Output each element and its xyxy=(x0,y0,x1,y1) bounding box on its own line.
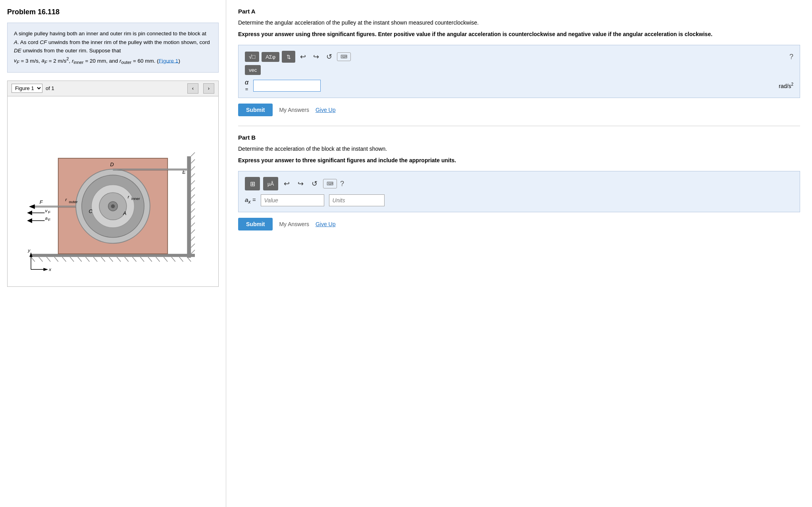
svg-text:a: a xyxy=(45,215,48,221)
svg-rect-0 xyxy=(31,254,195,257)
figure-controls: Figure 1 of 1 ‹ › xyxy=(7,81,219,96)
part-b-submit-row: Submit My Answers Give Up xyxy=(238,218,800,230)
svg-line-31 xyxy=(191,209,195,213)
part-a-give-up[interactable]: Give Up xyxy=(316,107,336,113)
part-b-description: Determine the acceleration of the block … xyxy=(238,145,800,153)
svg-line-13 xyxy=(125,257,129,262)
left-panel: Problem 16.118 A single pulley having bo… xyxy=(0,0,226,507)
alpha-label: α = xyxy=(245,79,248,92)
part-b-input-row: ax = xyxy=(245,194,793,206)
part-a-submit-btn[interactable]: Submit xyxy=(238,104,273,116)
svg-line-24 xyxy=(191,159,195,163)
svg-line-35 xyxy=(191,237,195,241)
svg-line-29 xyxy=(191,194,195,198)
problem-title: Problem 16.118 xyxy=(7,8,219,16)
svg-marker-70 xyxy=(43,268,48,271)
svg-point-44 xyxy=(111,204,115,208)
svg-line-27 xyxy=(191,181,195,184)
svg-text:E: E xyxy=(183,169,186,175)
figure-select[interactable]: Figure 1 xyxy=(12,84,42,93)
svg-line-36 xyxy=(191,244,195,248)
figure-link[interactable]: Figure 1 xyxy=(159,58,179,63)
refresh-b-btn[interactable]: ↺ xyxy=(309,178,320,189)
svg-line-32 xyxy=(191,215,195,219)
part-a-input-row: α = rad/s2 xyxy=(245,79,793,92)
updown-arrows-btn[interactable]: ⇅ xyxy=(282,51,295,63)
part-a-unit: rad/s2 xyxy=(779,82,793,89)
alpha-sigma-phi-btn[interactable]: AΣφ xyxy=(262,52,279,62)
svg-text:F: F xyxy=(48,217,50,222)
mu-a-btn[interactable]: μÅ xyxy=(263,177,278,190)
next-figure-btn[interactable]: › xyxy=(203,83,214,94)
figure-of: of 1 xyxy=(46,85,54,91)
svg-line-18 xyxy=(164,257,167,262)
right-panel: Part A Determine the angular acceleratio… xyxy=(226,0,812,507)
svg-line-5 xyxy=(62,257,66,262)
part-a-toolbar-row2: vec xyxy=(245,65,793,75)
part-a-answer-box: √□ AΣφ ⇅ ↩ ↪ ↺ ⌨ ? vec α = rad/s2 xyxy=(238,45,800,98)
part-b-submit-btn[interactable]: Submit xyxy=(238,218,273,230)
part-b-my-answers: My Answers xyxy=(279,221,309,227)
refresh-btn[interactable]: ↺ xyxy=(324,51,335,62)
alpha-symbol: α xyxy=(245,79,248,86)
sqrt-btn[interactable]: √□ xyxy=(245,52,259,62)
svg-line-1 xyxy=(31,257,35,262)
keyboard-b-btn[interactable]: ⌨ xyxy=(323,179,337,188)
pulley-svg: A C r outer r inner D E F xyxy=(8,96,218,286)
part-b-value-input[interactable] xyxy=(261,194,324,206)
part-b-toolbar: ⊞ μÅ ↩ ↪ ↺ ⌨ ? xyxy=(245,177,793,190)
svg-line-23 xyxy=(191,152,195,156)
svg-text:outer: outer xyxy=(69,200,78,204)
svg-line-9 xyxy=(93,257,97,262)
undo-b-btn[interactable]: ↩ xyxy=(281,178,292,189)
part-a-description: Determine the angular acceleration of th… xyxy=(238,19,800,27)
svg-text:F: F xyxy=(40,199,43,205)
help-icon[interactable]: ? xyxy=(789,53,793,61)
grid-btn[interactable]: ⊞ xyxy=(245,177,260,190)
svg-line-25 xyxy=(191,167,195,171)
part-a-section: Part A Determine the angular acceleratio… xyxy=(238,8,800,116)
keyboard-btn[interactable]: ⌨ xyxy=(337,52,351,61)
part-a-instruction: Express your answer using three signific… xyxy=(238,30,800,38)
part-b-give-up[interactable]: Give Up xyxy=(316,221,336,227)
svg-text:y: y xyxy=(27,248,31,253)
svg-line-20 xyxy=(179,257,183,262)
redo-btn[interactable]: ↪ xyxy=(311,51,321,62)
part-a-toolbar: √□ AΣφ ⇅ ↩ ↪ ↺ ⌨ ? xyxy=(245,51,793,63)
prev-figure-btn[interactable]: ‹ xyxy=(187,83,198,94)
svg-line-7 xyxy=(78,257,82,262)
svg-text:inner: inner xyxy=(131,196,140,201)
ax-label: ax = xyxy=(245,196,256,205)
svg-line-26 xyxy=(191,173,195,177)
svg-line-11 xyxy=(109,257,113,262)
part-b-title: Part B xyxy=(238,134,800,141)
svg-text:x: x xyxy=(48,267,52,272)
svg-line-8 xyxy=(86,257,90,262)
svg-line-12 xyxy=(117,257,121,262)
undo-btn[interactable]: ↩ xyxy=(298,51,308,62)
part-a-my-answers: My Answers xyxy=(279,107,309,113)
part-a-input[interactable] xyxy=(253,80,321,92)
svg-line-4 xyxy=(54,257,58,262)
svg-marker-57 xyxy=(29,204,35,209)
svg-rect-22 xyxy=(187,156,191,258)
svg-line-15 xyxy=(140,257,144,262)
equals-sign: = xyxy=(245,86,248,92)
help-b-icon[interactable]: ? xyxy=(340,180,344,188)
part-b-section: Part B Determine the acceleration of the… xyxy=(238,134,800,230)
redo-b-btn[interactable]: ↪ xyxy=(295,178,306,189)
svg-line-17 xyxy=(156,257,160,262)
svg-line-14 xyxy=(133,257,137,262)
svg-line-2 xyxy=(39,257,43,262)
svg-marker-64 xyxy=(27,218,32,223)
vec-btn[interactable]: vec xyxy=(245,65,261,75)
svg-line-3 xyxy=(46,257,50,262)
problem-description: A single pulley having both an inner and… xyxy=(7,23,219,73)
part-b-units-input[interactable] xyxy=(329,194,385,206)
svg-line-37 xyxy=(191,250,195,254)
part-b-answer-box: ⊞ μÅ ↩ ↪ ↺ ⌨ ? ax = xyxy=(238,171,800,212)
svg-text:v: v xyxy=(45,208,48,213)
svg-line-30 xyxy=(191,202,195,205)
svg-line-16 xyxy=(148,257,152,262)
svg-line-33 xyxy=(191,223,195,227)
